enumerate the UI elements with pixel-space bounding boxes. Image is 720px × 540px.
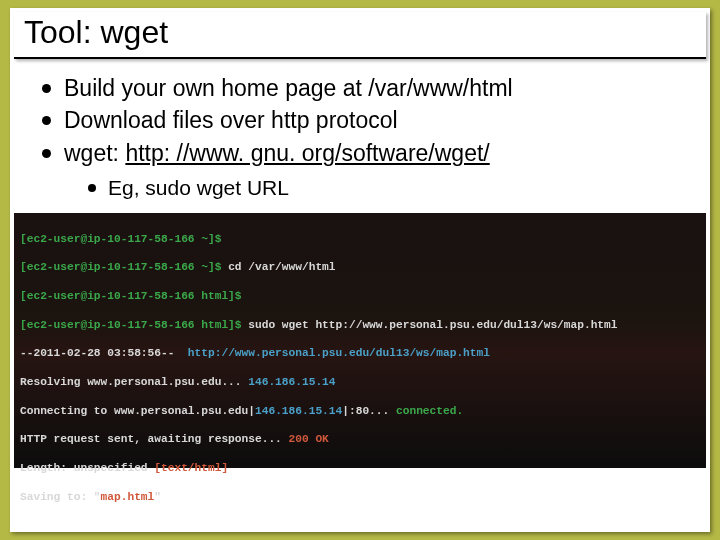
term-text: Saving to:: [20, 491, 94, 503]
term-text: Length: unspecified: [20, 462, 154, 474]
term-cmd: sudo wget http://www.personal.psu.edu/du…: [248, 319, 617, 331]
bullet-item: wget: http: //www. gnu. org/software/wge…: [38, 138, 682, 202]
wget-link[interactable]: http: //www. gnu. org/software/wget/: [125, 140, 489, 166]
sub-bullet-item: Eg, sudo wget URL: [84, 174, 682, 201]
term-text: Resolving www.personal.psu.edu...: [20, 376, 248, 388]
slide-title: Tool: wget: [14, 12, 706, 59]
term-prompt: [ec2-user@ip-10-117-58-166 html]$: [20, 319, 248, 331]
term-status: connected.: [396, 405, 463, 417]
term-url: http://www.personal.psu.edu/dul13/ws/map…: [188, 347, 490, 359]
bullet-list: Build your own home page at /var/www/htm…: [38, 73, 682, 201]
term-cmd: cd /var/www/html: [228, 261, 335, 273]
term-ip: 146.186.15.14: [248, 376, 335, 388]
term-text: Connecting to www.personal.psu.edu|: [20, 405, 255, 417]
term-ip: 146.186.15.14: [255, 405, 342, 417]
term-prompt: [ec2-user@ip-10-117-58-166 ~]$: [20, 261, 228, 273]
term-text: |:80...: [342, 405, 396, 417]
term-text: ": [94, 491, 101, 503]
title-wrap: Tool: wget: [14, 12, 706, 59]
term-prompt: [ec2-user@ip-10-117-58-166 html]$: [20, 290, 242, 302]
slide: Tool: wget Build your own home page at /…: [10, 8, 710, 532]
term-text: [text/html]: [154, 462, 228, 474]
bullet-text: wget:: [64, 140, 125, 166]
bullet-item: Build your own home page at /var/www/htm…: [38, 73, 682, 103]
content-area: Build your own home page at /var/www/htm…: [10, 59, 710, 207]
term-file: map.html: [101, 491, 155, 503]
term-text: HTTP request sent, awaiting response...: [20, 433, 289, 445]
sub-bullet-list: Eg, sudo wget URL: [84, 174, 682, 201]
term-text: ": [154, 491, 161, 503]
terminal-output: [ec2-user@ip-10-117-58-166 ~]$ [ec2-user…: [14, 213, 706, 468]
term-prompt: [ec2-user@ip-10-117-58-166 ~]$: [20, 233, 221, 245]
term-text: --2011-02-28 03:58:56--: [20, 347, 188, 359]
bullet-item: Download files over http protocol: [38, 105, 682, 135]
term-status: 200 OK: [289, 433, 329, 445]
